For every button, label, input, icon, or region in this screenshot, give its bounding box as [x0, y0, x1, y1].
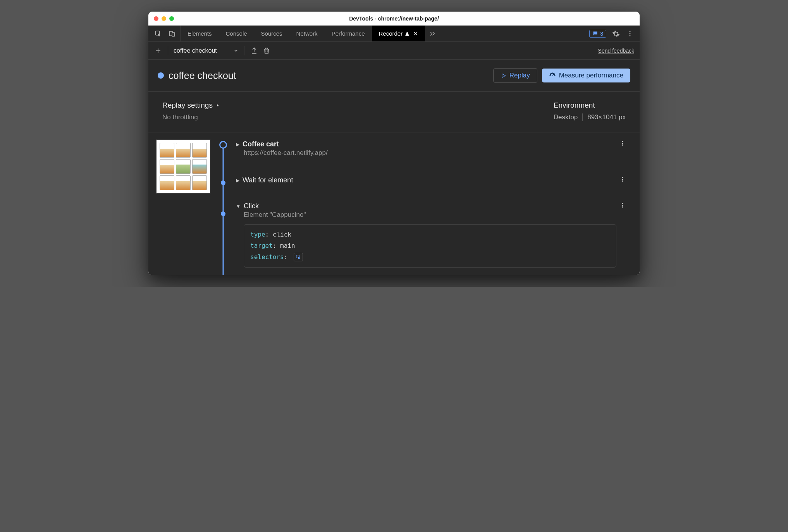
step-title: Wait for element	[243, 176, 293, 184]
delete-icon[interactable]	[262, 46, 271, 55]
window-controls	[154, 16, 174, 21]
step-toggle[interactable]: ▶ Coffee cart	[236, 140, 616, 148]
recording-status-dot	[158, 72, 164, 79]
step-subtitle: Element "Cappucino"	[244, 211, 616, 219]
step-item: ▶ Wait for element	[236, 165, 629, 192]
tab-recorder[interactable]: Recorder ✕	[372, 26, 425, 41]
export-icon[interactable]	[250, 46, 258, 55]
close-window-icon[interactable]	[154, 16, 158, 21]
step-list: ▶ Coffee cart https://coffee-cart.netlif…	[236, 139, 632, 275]
svg-point-3	[630, 31, 631, 32]
throttling-value: No throttling	[162, 113, 554, 121]
step-item: ▶ Coffee cart https://coffee-cart.netlif…	[236, 139, 629, 165]
step-toggle[interactable]: ▼ Click	[236, 202, 616, 210]
chevron-right-icon	[216, 103, 220, 108]
svg-point-15	[622, 206, 623, 208]
tab-network[interactable]: Network	[289, 26, 325, 41]
minimize-window-icon[interactable]	[162, 16, 166, 21]
step-more-icon[interactable]	[616, 140, 629, 157]
inspect-element-icon[interactable]	[154, 29, 162, 38]
tab-performance[interactable]: Performance	[325, 26, 372, 41]
recording-header: coffee checkout Replay Measure performan…	[148, 60, 640, 92]
timeline-node-start	[219, 141, 227, 149]
devtools-tabstrip: Elements Console Sources Network Perform…	[148, 26, 640, 42]
new-recording-icon[interactable]	[154, 46, 162, 55]
tab-console[interactable]: Console	[219, 26, 254, 41]
recorder-toolbar: coffee checkout Send feedback	[148, 42, 640, 60]
zoom-window-icon[interactable]	[169, 16, 174, 21]
environment-viewport: 893×1041 px	[587, 113, 626, 121]
step-more-icon[interactable]	[616, 202, 629, 268]
recording-title: coffee checkout	[169, 70, 489, 81]
svg-rect-2	[172, 33, 175, 36]
chevron-down-icon	[233, 48, 239, 53]
svg-point-13	[622, 203, 623, 204]
svg-point-8	[622, 144, 623, 146]
window-titlebar: DevTools - chrome://new-tab-page/	[148, 12, 640, 26]
window-title: DevTools - chrome://new-tab-page/	[148, 15, 640, 22]
svg-point-11	[622, 180, 623, 182]
tab-elements[interactable]: Elements	[181, 26, 219, 41]
timeline-track	[217, 139, 229, 275]
step-url: https://coffee-cart.netlify.app/	[244, 149, 616, 157]
environment-device: Desktop	[554, 113, 578, 121]
more-tabs-icon[interactable]	[425, 26, 440, 41]
divider	[582, 113, 583, 121]
step-toggle[interactable]: ▶ Wait for element	[236, 176, 616, 184]
step-title: Click	[244, 202, 259, 210]
svg-point-10	[622, 179, 623, 180]
recording-select-label: coffee checkout	[174, 47, 217, 54]
svg-point-4	[630, 33, 631, 34]
svg-point-9	[622, 177, 623, 178]
environment-heading: Environment	[554, 101, 626, 110]
detail-line: type: click	[250, 229, 610, 240]
devtools-app: Elements Console Sources Network Perform…	[148, 26, 640, 275]
chevron-right-icon: ▶	[236, 178, 239, 183]
device-toolbar-icon[interactable]	[168, 29, 176, 38]
chevron-down-icon: ▼	[236, 204, 241, 209]
detail-line: selectors:	[250, 252, 610, 263]
detail-line: target: main	[250, 240, 610, 252]
settings-row: Replay settings No throttling Environmen…	[148, 92, 640, 132]
timeline-node	[221, 180, 225, 185]
close-tab-icon[interactable]: ✕	[413, 31, 418, 37]
step-more-icon[interactable]	[616, 176, 629, 184]
tab-sources[interactable]: Sources	[254, 26, 289, 41]
step-item: ▼ Click Element "Cappucino" type: click …	[236, 192, 629, 275]
flask-icon	[405, 31, 409, 36]
selector-picker-icon[interactable]	[294, 253, 303, 261]
chevron-right-icon: ▶	[236, 142, 239, 147]
devtools-window: DevTools - chrome://new-tab-page/ Elemen…	[148, 12, 640, 275]
screenshot-thumbnail[interactable]	[156, 139, 210, 194]
svg-point-14	[622, 205, 623, 206]
replay-button[interactable]: Replay	[493, 68, 537, 83]
more-options-icon[interactable]	[626, 29, 634, 38]
measure-performance-button[interactable]: Measure performance	[542, 69, 630, 82]
settings-icon[interactable]	[612, 29, 620, 38]
svg-point-7	[622, 143, 623, 144]
recording-select[interactable]: coffee checkout	[174, 47, 239, 54]
send-feedback-link[interactable]: Send feedback	[598, 48, 634, 54]
replay-settings-toggle[interactable]: Replay settings	[162, 101, 554, 110]
tabstrip-right: 3	[584, 26, 640, 41]
tabstrip-left	[148, 26, 181, 41]
issues-count: 3	[600, 31, 603, 37]
step-title: Coffee cart	[243, 140, 279, 148]
svg-point-5	[630, 35, 631, 36]
svg-point-6	[622, 141, 623, 142]
timeline-node	[221, 211, 225, 216]
step-details: type: click target: main selectors:	[244, 224, 616, 268]
timeline: ▶ Coffee cart https://coffee-cart.netlif…	[148, 132, 640, 275]
issues-counter[interactable]: 3	[589, 30, 606, 38]
panel-tablist: Elements Console Sources Network Perform…	[181, 26, 440, 41]
